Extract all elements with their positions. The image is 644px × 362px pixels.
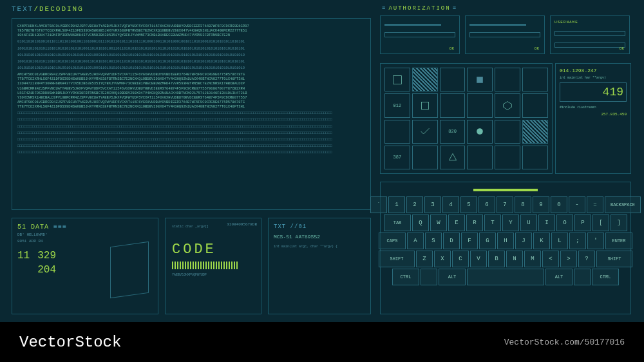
key[interactable]: 1 bbox=[388, 196, 405, 213]
svg-rect-0 bbox=[393, 75, 402, 84]
grid-cell[interactable] bbox=[384, 68, 410, 91]
grid-cell[interactable] bbox=[495, 93, 520, 117]
grid-cell[interactable] bbox=[522, 146, 548, 169]
key[interactable]: X bbox=[434, 251, 451, 267]
svg-marker-3 bbox=[504, 101, 512, 110]
key[interactable]: 8 bbox=[515, 196, 531, 213]
grid-cell[interactable] bbox=[467, 146, 493, 169]
key[interactable]: G bbox=[479, 233, 496, 249]
grid-cell[interactable] bbox=[495, 120, 520, 144]
key[interactable]: ' bbox=[587, 233, 604, 249]
grid-cell[interactable]: 387 bbox=[384, 146, 410, 169]
grid-cell[interactable] bbox=[495, 146, 520, 169]
grid-cell[interactable] bbox=[467, 68, 493, 91]
grid-cell[interactable] bbox=[440, 146, 466, 169]
key[interactable]: E bbox=[448, 214, 465, 231]
key[interactable]: ? bbox=[578, 251, 595, 267]
grid-cell[interactable] bbox=[440, 68, 466, 91]
device-icon bbox=[110, 242, 149, 298]
key[interactable]: [ bbox=[592, 214, 609, 231]
grid-cell[interactable] bbox=[412, 120, 438, 144]
key[interactable]: - bbox=[569, 196, 585, 213]
grid-cell[interactable] bbox=[384, 120, 410, 144]
key[interactable]: A bbox=[407, 233, 424, 249]
key-alt[interactable]: ALT bbox=[439, 269, 466, 285]
key[interactable]: K bbox=[533, 233, 550, 249]
key[interactable]: D bbox=[443, 233, 460, 249]
key[interactable]: H bbox=[497, 233, 514, 249]
key[interactable]: I bbox=[538, 214, 555, 231]
key[interactable]: C bbox=[452, 251, 469, 267]
key[interactable]: 4 bbox=[442, 196, 459, 213]
txt-panel: TXT //01 MCS-51 #AT89S52 int main(int ar… bbox=[268, 218, 371, 314]
grid-cell[interactable] bbox=[412, 93, 438, 117]
grid-cell[interactable] bbox=[495, 68, 520, 91]
key[interactable]: ] bbox=[611, 214, 627, 231]
auth-box-2[interactable]: OK bbox=[465, 15, 545, 54]
key[interactable]: ; bbox=[569, 233, 586, 249]
key-caps[interactable]: CAPS bbox=[379, 233, 406, 249]
key[interactable]: T bbox=[484, 214, 501, 231]
key[interactable]: 3 bbox=[424, 196, 441, 213]
key[interactable]: Y bbox=[502, 214, 519, 231]
key[interactable]: P bbox=[574, 214, 591, 231]
big-number: 419 bbox=[560, 82, 627, 102]
grid-cell[interactable]: 012 bbox=[384, 93, 410, 117]
key-ctrl[interactable]: CTRL bbox=[592, 269, 619, 285]
key[interactable]: ` bbox=[370, 196, 387, 213]
ip-address: 014.1298.247 bbox=[560, 68, 627, 73]
key-space[interactable] bbox=[574, 269, 591, 285]
key[interactable]: = bbox=[587, 196, 603, 213]
grid-cell[interactable] bbox=[522, 93, 548, 117]
key-space[interactable] bbox=[421, 269, 437, 285]
barcode-icon bbox=[172, 262, 238, 269]
key[interactable]: Z bbox=[416, 251, 433, 267]
key-backspace[interactable]: BACKSPACE bbox=[605, 196, 641, 213]
icon-grid: 012 820 387 bbox=[380, 63, 553, 174]
grid-cell[interactable] bbox=[412, 146, 438, 169]
key[interactable]: 6 bbox=[478, 196, 495, 213]
key-space[interactable] bbox=[467, 269, 544, 285]
grid-cell[interactable]: 820 bbox=[440, 120, 466, 144]
grid-cell[interactable] bbox=[467, 120, 493, 144]
key[interactable]: S bbox=[425, 233, 442, 249]
key-shift[interactable]: SHIFT bbox=[379, 251, 415, 267]
grid-cell[interactable] bbox=[522, 120, 548, 144]
key[interactable]: N bbox=[506, 251, 523, 267]
key[interactable]: J bbox=[515, 233, 532, 249]
key[interactable]: W bbox=[430, 214, 447, 231]
auth-box-username[interactable]: USERNAMEOK bbox=[550, 15, 630, 54]
key[interactable]: 2 bbox=[406, 196, 423, 213]
svg-marker-5 bbox=[449, 154, 456, 160]
auth-title: AUTHORIZATION bbox=[380, 5, 459, 12]
decode-panel: GXNPFHDNXLAMCHTS6C01VGBRCR84ZJSPFVBCUATY… bbox=[12, 18, 371, 210]
key[interactable]: R bbox=[466, 214, 483, 231]
key-shift[interactable]: SHIFT bbox=[596, 251, 632, 267]
key[interactable]: 9 bbox=[533, 196, 549, 213]
data-panel: 51 DATA ≡≡≡ DB' HELLOWRD' 8051 ADR R4 11… bbox=[12, 218, 158, 314]
key[interactable]: F bbox=[461, 233, 478, 249]
key[interactable]: V bbox=[470, 251, 487, 267]
grid-cell[interactable] bbox=[467, 93, 493, 117]
key[interactable]: M bbox=[524, 251, 541, 267]
key-alt[interactable]: ALT bbox=[545, 269, 573, 285]
header-title: TEXT/DECODING bbox=[12, 5, 84, 13]
key[interactable]: L bbox=[551, 233, 568, 249]
key[interactable]: Q bbox=[412, 214, 429, 231]
grid-cell[interactable] bbox=[522, 68, 548, 91]
key-enter[interactable]: ENTER bbox=[605, 233, 632, 249]
key[interactable]: O bbox=[556, 214, 573, 231]
key[interactable]: U bbox=[520, 214, 537, 231]
key[interactable]: < bbox=[542, 251, 559, 267]
grid-cell[interactable] bbox=[440, 93, 466, 117]
code-panel: 31084095678DB static char _argv[] CODE Y… bbox=[165, 218, 261, 314]
key-tab[interactable]: TAB bbox=[384, 214, 411, 231]
key[interactable]: 7 bbox=[497, 196, 513, 213]
key[interactable]: > bbox=[560, 251, 577, 267]
key[interactable]: 0 bbox=[551, 196, 567, 213]
key[interactable]: B bbox=[488, 251, 505, 267]
key-ctrl[interactable]: CTRL bbox=[392, 269, 419, 285]
grid-cell[interactable] bbox=[412, 68, 438, 91]
auth-box-1[interactable]: OK bbox=[380, 15, 460, 54]
key[interactable]: 5 bbox=[460, 196, 477, 213]
